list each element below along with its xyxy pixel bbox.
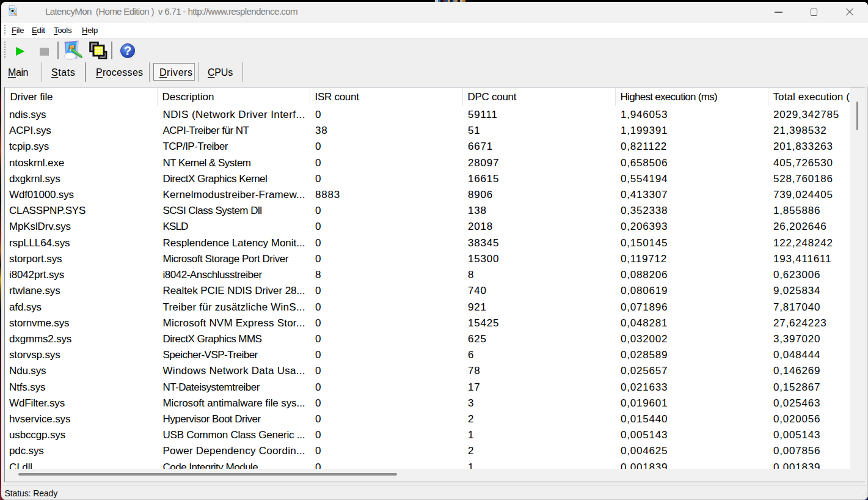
svg-text:?: ? — [123, 43, 131, 57]
